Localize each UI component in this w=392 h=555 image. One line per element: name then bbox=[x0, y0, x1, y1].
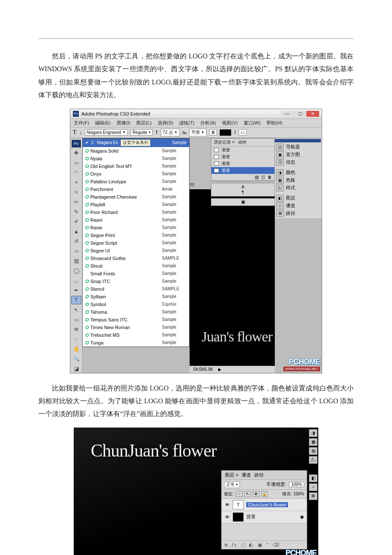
font-option[interactable]: OPlaybillSample bbox=[83, 201, 189, 208]
history-icon[interactable]: ▥ bbox=[255, 175, 259, 179]
wand-tool-icon[interactable]: ✧ bbox=[72, 178, 81, 187]
menu-item[interactable]: 图层(L) bbox=[136, 120, 151, 126]
dock-item[interactable]: ▦色板 bbox=[275, 176, 321, 184]
history-item[interactable]: 渐变 bbox=[211, 147, 274, 153]
layer-row[interactable]: 👁背景◉ bbox=[222, 511, 307, 523]
dock-icon[interactable]: ◑ bbox=[309, 429, 317, 437]
visibility-icon[interactable]: 👁 bbox=[224, 515, 230, 520]
font-option[interactable]: OTahomaSample bbox=[83, 308, 189, 316]
history-brush-icon[interactable]: ↺ bbox=[72, 237, 81, 246]
trash-icon[interactable]: 🗑 bbox=[268, 175, 272, 179]
panel-tab[interactable]: 路径 bbox=[254, 472, 264, 478]
warp-text-icon[interactable]: ⌇ bbox=[234, 130, 236, 135]
layers-footer-icon[interactable]: ▣ bbox=[258, 542, 262, 548]
font-dropdown[interactable]: ✔ C Niagara En 设置字体系列 Sample ONiagara So… bbox=[82, 138, 190, 347]
dock-item[interactable]: ◧图层 bbox=[275, 194, 321, 202]
menu-item[interactable]: 窗口(W) bbox=[244, 120, 261, 126]
tools-palette[interactable]: Ps ✥ ▭ ◠ ✧ ⌗ ✂ ✎ ✐ ▲ ↺ ▱ ▤ ◯ ◡ ✒ T ↖ ▭ ✉ bbox=[70, 138, 83, 373]
menu-item[interactable]: 分析(A) bbox=[200, 120, 216, 126]
window-min-button[interactable]: — bbox=[281, 111, 294, 117]
collapsed-dock-bottom[interactable]: ◧○⌘ bbox=[309, 474, 317, 500]
font-option[interactable]: OSylfaenSample bbox=[83, 293, 189, 301]
status-play-icon[interactable]: ▶ bbox=[218, 367, 222, 372]
font-option[interactable]: OTimes New RomanSample bbox=[83, 324, 189, 331]
document-canvas[interactable]: Juan's flower bbox=[190, 189, 275, 366]
menu-item[interactable]: 帮助(H) bbox=[266, 120, 282, 126]
history-item[interactable]: 渐变 bbox=[211, 153, 274, 160]
layers-footer[interactable]: ⊕ƒx.▢◐.▣⌃⌫ bbox=[222, 541, 307, 549]
text-color-swatch[interactable] bbox=[219, 129, 231, 136]
antialias-select[interactable]: 平滑 ▼ bbox=[189, 129, 207, 136]
lock-pixels-icon[interactable]: ▫ bbox=[236, 491, 242, 497]
history-item[interactable]: 渐变 bbox=[211, 167, 274, 174]
font-option[interactable]: OShowcard GothicSAMPLE bbox=[83, 254, 189, 262]
font-option[interactable]: OSegoe ScriptSample bbox=[83, 239, 189, 247]
move-tool-icon[interactable]: ✥ bbox=[72, 149, 81, 157]
opacity-value[interactable]: 100% bbox=[289, 482, 304, 487]
font-option[interactable]: OSymbolΣαμπλε bbox=[83, 301, 189, 308]
blend-mode-select[interactable]: 正常 ▾ bbox=[224, 481, 240, 488]
font-size-select[interactable]: 72 点 ▼ bbox=[161, 129, 180, 136]
font-option[interactable]: OSegoe UISample bbox=[83, 247, 189, 254]
menu-item[interactable]: 编辑(E) bbox=[95, 120, 111, 126]
font-option[interactable]: OPalatino LinotypeSample bbox=[83, 178, 189, 185]
zoom-tool-icon[interactable]: 🔍 bbox=[72, 355, 81, 363]
panel-tab[interactable]: 通道 bbox=[242, 472, 251, 478]
hand-tool-icon[interactable]: ✋ bbox=[72, 345, 81, 353]
visibility-icon[interactable]: 👁 bbox=[224, 502, 230, 507]
crop-tool-icon[interactable]: ⌗ bbox=[72, 188, 81, 197]
font-option[interactable]: ONiagara SolidSample bbox=[83, 147, 189, 155]
font-option[interactable]: ONyalaSample bbox=[83, 155, 189, 162]
font-option[interactable]: OTungaSample bbox=[83, 339, 189, 347]
marquee-tool-icon[interactable]: ▭ bbox=[72, 159, 81, 167]
character-panel-icon[interactable]: ▭ bbox=[239, 129, 247, 136]
stamp-tool-icon[interactable]: ▲ bbox=[72, 227, 81, 236]
dock-icon[interactable]: ○ bbox=[309, 483, 317, 491]
font-option[interactable]: OOnyxSample bbox=[83, 170, 189, 178]
dock-item[interactable]: ⌘路径 bbox=[275, 210, 321, 217]
layer-row[interactable]: 👁TChunJuan's flower bbox=[222, 499, 307, 511]
gradient-tool-icon[interactable]: ▤ bbox=[72, 257, 81, 265]
menu-item[interactable]: 文件(F) bbox=[74, 120, 89, 126]
eraser-tool-icon[interactable]: ▱ bbox=[72, 247, 81, 255]
dock-icon[interactable]: ▤ bbox=[309, 447, 317, 455]
font-option[interactable]: OStencilSAMPLE bbox=[83, 285, 189, 293]
layers-footer-icon[interactable]: ƒx. bbox=[231, 542, 238, 548]
snapshot-icon[interactable]: ◫ bbox=[261, 175, 265, 179]
font-option[interactable]: OSnap ITCSample bbox=[83, 278, 189, 285]
layers-footer-icon[interactable]: ▢ bbox=[241, 542, 245, 548]
font-option[interactable]: OShrutiSample bbox=[83, 262, 189, 270]
font-option[interactable]: OOld English Text MTSample bbox=[83, 162, 189, 170]
menu-item[interactable]: 视图(V) bbox=[222, 120, 238, 126]
font-family-select[interactable]: Niagara Engraved ▼ bbox=[85, 129, 128, 136]
lock-all-icon[interactable]: 🔒 bbox=[261, 491, 268, 497]
slice-tool-icon[interactable]: ✂ bbox=[72, 198, 81, 206]
dodge-tool-icon[interactable]: ◡ bbox=[72, 276, 81, 285]
collapsed-dock-top[interactable]: ◑▦▤ƒₓ bbox=[309, 429, 317, 464]
font-option[interactable]: OPlantagenet CherokeeSample bbox=[83, 193, 189, 201]
character-panel-collapsed[interactable]: A¶ bbox=[211, 183, 275, 197]
layers-footer-icon[interactable]: ◐. bbox=[249, 542, 254, 548]
lock-brush-icon[interactable]: ✎ bbox=[244, 491, 251, 497]
layers-footer-icon[interactable]: ⌃ bbox=[265, 542, 269, 548]
layers-panel[interactable]: 图层 ×通道路径 正常 ▾ 不透明度: 100% 锁定: ▫ ✎ ✥ 🔒 填充: bbox=[221, 470, 307, 549]
menu-item[interactable]: 滤镜(T) bbox=[179, 120, 194, 126]
fill-value[interactable]: 100% bbox=[293, 491, 304, 496]
font-option[interactable]: OTempus Sans ITCSample bbox=[83, 316, 189, 324]
dock-item[interactable]: ▣直方图 bbox=[275, 151, 321, 159]
font-option[interactable]: ORavieSample bbox=[83, 224, 189, 231]
window-max-button[interactable]: ▢ bbox=[294, 111, 306, 117]
layers-footer-icon[interactable]: ⌫ bbox=[273, 542, 280, 548]
dock-icon[interactable]: ƒₓ bbox=[309, 456, 317, 464]
orientation-icon[interactable]: ⟂ bbox=[79, 130, 82, 135]
font-option[interactable]: Small FontsSample bbox=[83, 270, 189, 278]
text-align-buttons[interactable]: ≣ bbox=[209, 129, 217, 136]
eyedropper-icon[interactable]: ⟋ bbox=[72, 335, 81, 344]
font-option[interactable]: OSegoe PrintSample bbox=[83, 231, 189, 239]
panel-tab[interactable]: 图层 × bbox=[225, 472, 238, 478]
brush-tool-icon[interactable]: ✐ bbox=[72, 217, 81, 226]
dock-item[interactable]: ○通道 bbox=[275, 202, 321, 210]
layers-footer-icon[interactable]: ⊕ bbox=[224, 542, 228, 548]
window-close-button[interactable]: ✕ bbox=[306, 111, 319, 117]
font-option[interactable]: OPoor RichardSample bbox=[83, 208, 189, 216]
